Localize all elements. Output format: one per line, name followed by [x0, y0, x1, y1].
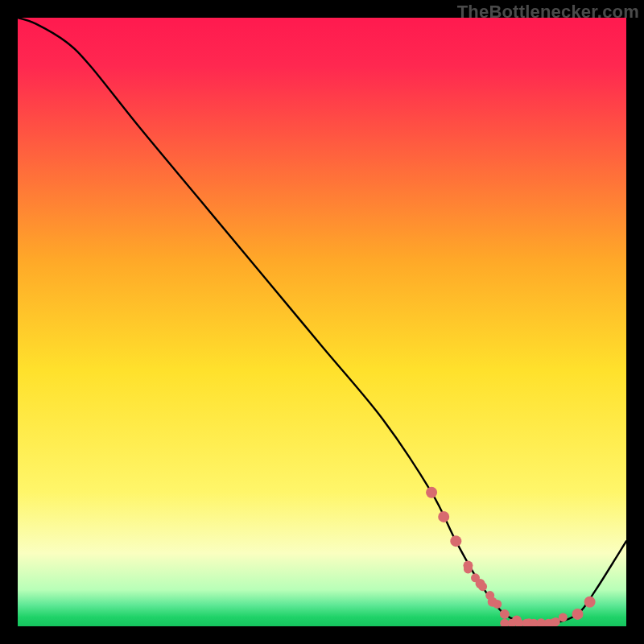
data-marker [584, 597, 596, 608]
data-marker [559, 613, 568, 621]
chart-stage: TheBottlenecker.com [0, 0, 644, 644]
data-marker [572, 609, 584, 620]
data-marker [426, 487, 437, 498]
data-marker [438, 511, 449, 522]
data-marker [493, 600, 502, 609]
data-marker [464, 564, 473, 573]
data-marker [485, 591, 494, 600]
data-marker [471, 573, 480, 582]
data-marker [478, 582, 487, 591]
chart-svg [18, 18, 626, 626]
plot-area [18, 18, 626, 626]
data-marker [500, 609, 510, 619]
gradient-background [18, 18, 626, 626]
data-marker [450, 535, 461, 547]
